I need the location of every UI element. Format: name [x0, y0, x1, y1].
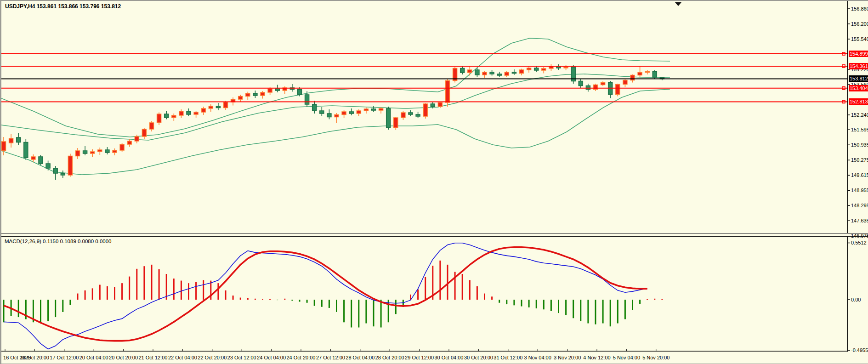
- candle-body: [372, 109, 376, 110]
- candle-body: [534, 68, 539, 70]
- price-chart-canvas[interactable]: [1, 1, 868, 237]
- time-axis-label: 27 Oct 12:00: [316, 355, 345, 360]
- time-axis-label: 28 Oct 20:00: [375, 355, 404, 360]
- candle-body: [564, 67, 568, 68]
- candle-body: [490, 72, 494, 74]
- candle-body: [320, 111, 324, 114]
- candle-body: [157, 114, 161, 123]
- candle-body: [68, 156, 72, 176]
- candle-body: [586, 86, 590, 90]
- candle-body: [468, 70, 472, 73]
- candle-body: [305, 95, 309, 104]
- time-axis-label: 21 Oct 12:00: [139, 355, 168, 360]
- candle-body: [105, 150, 109, 153]
- candle-body: [438, 102, 442, 107]
- candle-body: [446, 81, 450, 103]
- candle-body: [113, 150, 117, 153]
- candle-body: [2, 142, 6, 151]
- time-axis-label: 23 Oct 12:00: [227, 355, 256, 360]
- time-axis-label: 5 Nov 20:00: [642, 355, 669, 360]
- candle-body: [520, 70, 524, 74]
- time-axis-label: 29 Oct 12:00: [405, 355, 434, 360]
- chart-shift-marker-icon[interactable]: [675, 2, 681, 6]
- candle-body: [46, 164, 50, 168]
- candle-body: [512, 72, 516, 74]
- candle-body: [460, 68, 465, 73]
- macd-tick-label: 0.00: [851, 297, 861, 302]
- time-axis-label: 5 Nov 04:00: [613, 355, 640, 360]
- price-tick-label: 156.200: [851, 21, 868, 27]
- time-axis-label: 3 Nov 04:00: [524, 355, 551, 360]
- time-axis-label: 17 Oct 12:00: [50, 355, 79, 360]
- candle-body: [142, 129, 146, 136]
- candle-body: [645, 72, 649, 73]
- candle-body: [224, 102, 228, 108]
- macd-indicator-canvas[interactable]: [1, 237, 868, 352]
- candle-body: [379, 108, 383, 110]
- candle-body: [298, 90, 302, 95]
- candle-body: [386, 108, 391, 128]
- candle-body: [261, 92, 265, 96]
- time-axis-label: 30 Oct 20:00: [464, 355, 493, 360]
- candle-body: [601, 83, 605, 85]
- candle-body: [312, 104, 317, 111]
- candle-body: [364, 109, 368, 111]
- candle-body: [76, 151, 80, 156]
- candle-body: [31, 157, 35, 159]
- candle-body: [150, 123, 154, 129]
- chart-window: USDJPY,H4 153.861 153.866 153.796 153.81…: [0, 0, 868, 364]
- price-tick-label: 155.540: [851, 36, 868, 42]
- candle-body: [120, 144, 124, 150]
- price-tick-label: 148.295: [851, 203, 868, 208]
- price-tick-label: 156.860: [851, 6, 868, 11]
- candle-body: [616, 85, 620, 95]
- time-axis-label: 16 Oct 20:00: [20, 355, 49, 360]
- candle-body: [61, 173, 65, 175]
- candle-body: [549, 67, 553, 69]
- price-tick-label: 150.935: [851, 142, 868, 148]
- candle-body: [201, 108, 205, 112]
- price-line-badge: 152.813: [849, 98, 868, 105]
- price-line-badge: 154.899: [849, 51, 868, 57]
- bollinger-upper-band: [1, 38, 670, 137]
- candle-body: [187, 111, 191, 114]
- candle-body: [9, 138, 13, 143]
- candle-body: [579, 81, 583, 86]
- chart-symbol-title: USDJPY,H4 153.861 153.866 153.796 153.81…: [5, 3, 121, 10]
- candle-body: [542, 68, 546, 70]
- candle-body: [275, 89, 279, 91]
- candle-body: [505, 72, 509, 75]
- price-line-badge: 153.812: [849, 75, 868, 82]
- candle-body: [194, 112, 198, 114]
- time-axis-label: 28 Oct 04:00: [346, 355, 374, 360]
- candle-body: [475, 70, 479, 75]
- time-axis-label: 22 Oct 20:00: [198, 355, 227, 360]
- time-axis-label: 20 Oct 04:00: [79, 355, 108, 360]
- candle-body: [246, 93, 250, 97]
- time-axis-label: 24 Oct 20:00: [287, 355, 316, 360]
- time-axis-label: 22 Oct 04:00: [168, 355, 197, 360]
- price-tick-label: 146.975: [851, 233, 868, 239]
- candle-body: [357, 111, 361, 114]
- candle-body: [482, 72, 487, 75]
- candle-body: [623, 80, 627, 85]
- panel-separator[interactable]: [1, 233, 868, 237]
- time-axis-label: 30 Oct 04:00: [435, 355, 464, 360]
- price-tick-label: 148.955: [851, 188, 868, 193]
- candle-body: [527, 68, 531, 70]
- macd-indicator-label: MACD(12,26,9) 0.1150 0.1089 0.0080 0.000…: [5, 239, 112, 244]
- time-axis-label: 24 Oct 04:00: [257, 355, 286, 360]
- candle-body: [39, 157, 43, 164]
- candle-body: [638, 73, 642, 75]
- candle-body: [165, 114, 169, 118]
- candle-body: [172, 115, 176, 118]
- candle-body: [135, 136, 139, 141]
- candle-body: [416, 114, 420, 116]
- candle-body: [394, 118, 398, 128]
- candle-body: [335, 115, 339, 117]
- candle-body: [594, 85, 598, 90]
- time-axis-label: 20 Oct 20:00: [109, 355, 138, 360]
- candle-body: [652, 72, 657, 78]
- candle-body: [17, 137, 21, 142]
- macd-tick-label: 0.5512: [851, 240, 867, 245]
